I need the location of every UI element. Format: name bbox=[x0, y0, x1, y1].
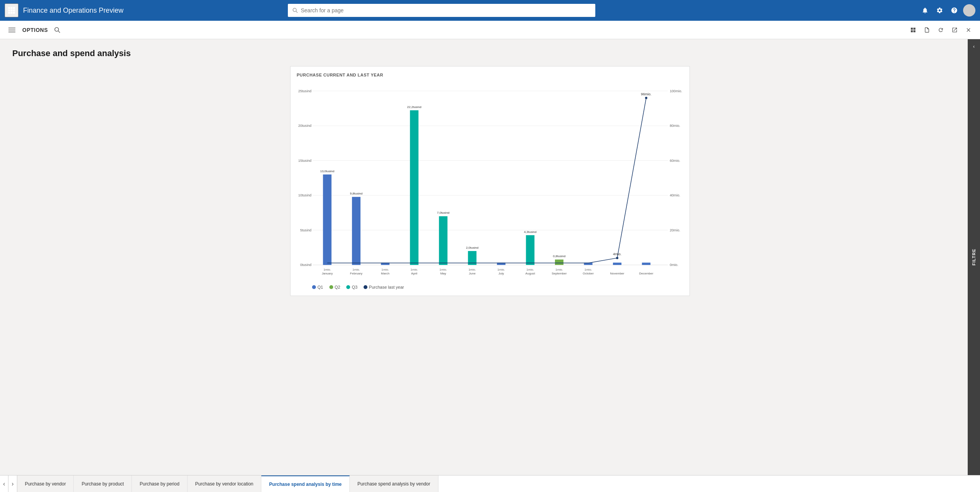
legend-q3-dot bbox=[346, 285, 350, 289]
svg-rect-3 bbox=[8, 10, 10, 12]
search-box[interactable] bbox=[288, 4, 595, 17]
chart-title: PURCHASE CURRENT AND LAST YEAR bbox=[297, 73, 683, 77]
svg-text:22,2tusind: 22,2tusind bbox=[407, 105, 421, 109]
word-button[interactable] bbox=[922, 25, 932, 35]
svg-text:9,8tusind: 9,8tusind bbox=[350, 192, 363, 195]
svg-text:1mio.: 1mio. bbox=[497, 268, 505, 271]
close-icon bbox=[965, 27, 972, 33]
tab-purchase-by-product[interactable]: Purchase by product bbox=[74, 475, 132, 492]
line-point-dec bbox=[645, 97, 647, 99]
svg-text:0tusind: 0tusind bbox=[300, 263, 311, 267]
settings-button[interactable] bbox=[934, 5, 945, 16]
chart-wrapper: PURCHASE CURRENT AND LAST YEAR 25tusind … bbox=[290, 66, 690, 296]
tab-purchase-by-vendor-location[interactable]: Purchase by vendor location bbox=[188, 475, 261, 492]
document-icon bbox=[924, 27, 930, 33]
gear-icon bbox=[936, 7, 943, 14]
bar-dec-q1 bbox=[642, 263, 650, 265]
svg-text:20tusind: 20tusind bbox=[298, 124, 311, 128]
svg-text:100mio.: 100mio. bbox=[670, 89, 682, 93]
svg-text:1mio.: 1mio. bbox=[324, 268, 331, 271]
options-label: OPTIONS bbox=[22, 27, 48, 33]
svg-text:4,3tusind: 4,3tusind bbox=[524, 230, 537, 234]
search-input[interactable] bbox=[301, 7, 591, 13]
svg-point-9 bbox=[293, 8, 296, 12]
avatar[interactable] bbox=[963, 4, 975, 17]
bar-jan-q1 bbox=[323, 175, 331, 265]
svg-text:1mio.: 1mio. bbox=[468, 268, 476, 271]
chart-legend: Q1 Q2 Q3 Purchase last year bbox=[297, 285, 683, 289]
hamburger-button[interactable] bbox=[6, 24, 18, 36]
legend-last-year-dot bbox=[364, 285, 367, 289]
svg-text:4mio.: 4mio. bbox=[613, 252, 621, 256]
refresh-button[interactable] bbox=[935, 25, 946, 35]
svg-rect-2 bbox=[13, 7, 15, 9]
app-menu-button[interactable] bbox=[5, 3, 18, 17]
app-title: Finance and Operations Preview bbox=[23, 7, 123, 15]
tab-next-button[interactable]: › bbox=[8, 475, 17, 492]
svg-text:February: February bbox=[350, 272, 362, 275]
svg-rect-12 bbox=[8, 30, 15, 30]
svg-rect-6 bbox=[8, 12, 10, 14]
legend-q1: Q1 bbox=[312, 285, 323, 289]
svg-text:1mio.: 1mio. bbox=[585, 268, 592, 271]
svg-text:1mio.: 1mio. bbox=[352, 268, 360, 271]
svg-rect-0 bbox=[8, 7, 10, 9]
svg-text:April: April bbox=[411, 272, 417, 275]
svg-text:60mio.: 60mio. bbox=[670, 159, 680, 163]
svg-point-14 bbox=[55, 27, 58, 31]
page-title: Purchase and spend analysis bbox=[12, 48, 968, 58]
nav-right-icons bbox=[919, 4, 975, 17]
chart-area: 25tusind 20tusind 15tusind 10tusind 5tus… bbox=[297, 82, 683, 282]
svg-rect-1 bbox=[11, 7, 13, 9]
filter-label: FILTRE bbox=[972, 249, 976, 266]
svg-text:March: March bbox=[381, 272, 389, 275]
bottom-tabs: ‹ › Purchase by vendor Purchase by produ… bbox=[0, 475, 980, 492]
svg-text:0,8tusind: 0,8tusind bbox=[553, 254, 566, 258]
notifications-button[interactable] bbox=[919, 5, 931, 16]
svg-text:September: September bbox=[551, 272, 567, 275]
tab-purchase-by-period[interactable]: Purchase by period bbox=[132, 475, 187, 492]
svg-text:5tusind: 5tusind bbox=[300, 228, 311, 232]
svg-rect-4 bbox=[11, 10, 13, 12]
legend-q3-label: Q3 bbox=[352, 285, 357, 289]
svg-text:20mio.: 20mio. bbox=[670, 228, 680, 232]
tab-prev-button[interactable]: ‹ bbox=[0, 475, 8, 492]
tab-purchase-by-vendor[interactable]: Purchase by vendor bbox=[17, 475, 74, 492]
svg-text:May: May bbox=[440, 272, 446, 275]
options-search-button[interactable] bbox=[53, 25, 62, 35]
tab-purchase-spend-analysis-by-time[interactable]: Purchase spend analysis by time bbox=[261, 475, 350, 492]
help-button[interactable] bbox=[948, 5, 960, 16]
line-last-year bbox=[327, 98, 646, 263]
popout-icon bbox=[952, 27, 958, 33]
svg-text:1mio.: 1mio. bbox=[382, 268, 389, 271]
bar-nov-q1 bbox=[613, 263, 621, 265]
line-point-nov bbox=[616, 257, 618, 259]
filter-chevron-icon: ‹ bbox=[973, 44, 975, 49]
bar-apr-q3 bbox=[410, 110, 419, 265]
svg-text:40mio.: 40mio. bbox=[670, 193, 680, 197]
dashboard-button[interactable] bbox=[908, 25, 919, 35]
svg-text:October: October bbox=[583, 272, 594, 275]
svg-text:January: January bbox=[322, 272, 333, 275]
filter-panel[interactable]: ‹ FILTRE bbox=[968, 39, 980, 475]
svg-text:15tusind: 15tusind bbox=[298, 159, 311, 163]
svg-text:1mio.: 1mio. bbox=[555, 268, 563, 271]
options-search-icon bbox=[54, 27, 60, 33]
popout-button[interactable] bbox=[949, 25, 960, 35]
svg-text:10tusind: 10tusind bbox=[298, 193, 311, 197]
legend-q2-dot bbox=[329, 285, 333, 289]
svg-rect-8 bbox=[13, 12, 15, 14]
svg-line-10 bbox=[296, 11, 297, 13]
options-right-actions bbox=[908, 25, 974, 35]
hamburger-icon bbox=[8, 27, 15, 33]
svg-text:July: July bbox=[498, 272, 504, 275]
tab-purchase-spend-analysis-by-vendor[interactable]: Purchase spend analysis by vendor bbox=[350, 475, 438, 492]
svg-text:0mio.: 0mio. bbox=[670, 263, 678, 267]
svg-rect-11 bbox=[8, 28, 15, 28]
close-button[interactable] bbox=[963, 25, 974, 35]
svg-rect-7 bbox=[11, 12, 13, 14]
svg-text:2,0tusind: 2,0tusind bbox=[466, 246, 478, 249]
legend-q1-label: Q1 bbox=[317, 285, 323, 289]
svg-text:November: November bbox=[610, 272, 624, 275]
legend-q2: Q2 bbox=[329, 285, 341, 289]
